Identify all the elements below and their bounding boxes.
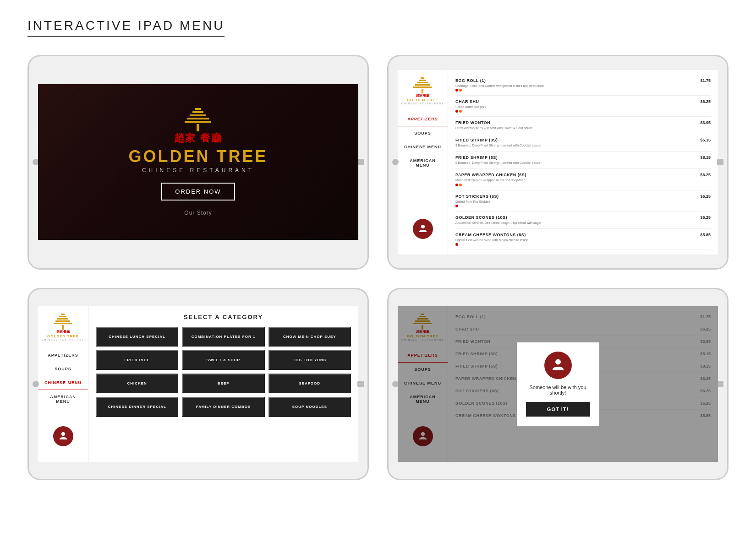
sidebar-logo-cn-cat: 趙家 餐廳 xyxy=(42,330,84,334)
item-desc: 5 Breaded, Deep Fried Shrimp – served wi… xyxy=(455,161,696,165)
menu-item-fried-shrimp-5[interactable]: FRIED SHRIMP (5s) 5 Breaded, Deep Fried … xyxy=(455,152,711,169)
logo-bar-2 xyxy=(192,111,203,113)
menu-item-cream-cheese-wontons[interactable]: CREAM CHEESE WONTONS (8s) Lightly fried … xyxy=(455,229,711,250)
category-title: SELECT A CATEGORY xyxy=(96,314,351,320)
category-btn-chow-mein[interactable]: CHOW MEIN CHOP SUEY xyxy=(268,327,351,347)
menu-sidebar: 趙家 餐廳 GOLDEN TREE CHINESE RESTAURANT APP… xyxy=(398,70,448,255)
category-btn-seafood[interactable]: SEAFOOD xyxy=(268,374,351,393)
ipad-home-button-2[interactable] xyxy=(392,159,399,165)
our-story-link[interactable]: Our Story xyxy=(184,210,212,216)
category-btn-combination[interactable]: COMBINATION PLATES FOR 1 xyxy=(182,327,264,347)
category-btn-chinese-dinner[interactable]: CHINESE DINNER SPECIAL xyxy=(96,397,178,417)
menu-item-char-shu[interactable]: CHAR SHU Sliced Barbeque pork $6.25 xyxy=(455,96,711,117)
category-btn-beef[interactable]: BEEF xyxy=(182,374,264,393)
item-price: $6.25 xyxy=(700,194,711,199)
menu-item-golden-scones[interactable]: GOLDEN SCONES (10s) A customer favorite.… xyxy=(455,211,711,229)
menu-item-pot-stickers[interactable]: POT STICKERS (6s) Grilled Pork Pot Stick… xyxy=(455,190,711,211)
modal-avatar xyxy=(544,352,572,379)
category-btn-sweet-sour[interactable]: SWEET & SOUR xyxy=(182,350,264,370)
sidebar-nav-appetizers-cat[interactable]: APPETIZERS xyxy=(38,348,88,362)
item-name: FRIED SHRIMP (3s) xyxy=(455,138,696,142)
category-btn-chicken[interactable]: CHICKEN xyxy=(96,374,178,393)
sidebar-logo-en-cat: GOLDEN TREE xyxy=(42,334,84,338)
sidebar-nav-american-menu[interactable]: AMERICAN MENU xyxy=(398,154,448,172)
category-btn-egg-foo[interactable]: EGG FOO YUNG xyxy=(268,350,351,370)
screens-grid: 趙家 餐廳 GOLDEN TREE CHINESE RESTAURANT ORD… xyxy=(27,55,729,480)
sidebar-nav-chinese-cat[interactable]: CHINESE MENU xyxy=(38,376,88,390)
sidebar-logo-cat: 趙家 餐廳 GOLDEN TREE CHINESE RESTAURANT xyxy=(42,314,84,341)
ipad-lock-button-2[interactable] xyxy=(717,159,723,165)
item-desc: Sliced Barbeque pork xyxy=(455,105,696,109)
item-price: $3.95 xyxy=(700,120,711,125)
menu-item-fried-shrimp-3[interactable]: FRIED SHRIMP (3s) 3 Breaded, Deep Fried … xyxy=(455,134,711,152)
logo-bar-1 xyxy=(195,108,201,110)
svg-point-3 xyxy=(555,359,561,364)
ipad-lock-button-4[interactable] xyxy=(717,381,723,387)
logo-english-text: GOLDEN TREE xyxy=(128,147,268,166)
ipad-screen-3: 趙家 餐廳 GOLDEN TREE CHINESE RESTAURANT APP… xyxy=(27,288,369,480)
category-screen: 趙家 餐廳 GOLDEN TREE CHINESE RESTAURANT APP… xyxy=(38,306,358,462)
modal-message: Someone will be with you shortly! xyxy=(526,385,590,396)
sidebar-nav-american-cat[interactable]: AMERICAN MENU xyxy=(38,390,88,408)
page-header: INTERACTIVE iPad MENU xyxy=(27,18,729,37)
menu-item-egg-roll[interactable]: EGG ROLL (1) Cabbage, Pork, and Carrots … xyxy=(455,75,711,96)
got-it-button[interactable]: GOT IT! xyxy=(526,402,590,417)
menu-item-fried-wonton[interactable]: FRIED WONTON Fried Wonton skins – served… xyxy=(455,117,711,134)
svg-point-1 xyxy=(61,432,65,436)
sidebar-logo-cn: 趙家 餐廳 xyxy=(401,93,444,98)
order-now-button[interactable]: ORDER NOW xyxy=(161,183,235,201)
item-name: CREAM CHEESE WONTONS (8s) xyxy=(455,233,696,237)
category-btn-family-dinner[interactable]: FAMILY DINNER COMBOS xyxy=(182,397,264,417)
menu-item-paper-wrapped[interactable]: PAPER WRAPPED CHICKEN (6s) Marinated Chi… xyxy=(455,169,711,190)
ipad-home-button-3[interactable] xyxy=(33,381,39,387)
sidebar-nav-chinese-menu[interactable]: CHINESE MENU xyxy=(398,140,448,154)
item-name: FRIED SHRIMP (5s) xyxy=(455,155,696,160)
ipad-screen-2: 趙家 餐廳 GOLDEN TREE CHINESE RESTAURANT APP… xyxy=(387,55,729,270)
item-price: $6.25 xyxy=(700,173,711,177)
item-name: EGG ROLL (1) xyxy=(455,78,696,83)
item-price: $8.15 xyxy=(700,155,711,160)
item-desc: Grilled Pork Pot Stickers xyxy=(455,200,696,204)
sidebar-avatar-cat[interactable] xyxy=(53,426,73,446)
item-name: POT STICKERS (6s) xyxy=(455,194,696,199)
item-name: CHAR SHU xyxy=(455,99,696,104)
sidebar-logo-en: GOLDEN TREE xyxy=(401,98,444,102)
sidebar-nav-soups[interactable]: SOUPS xyxy=(398,126,448,140)
modal-box: Someone will be with you shortly! GOT IT… xyxy=(517,342,599,426)
sidebar-nav-soups-cat[interactable]: SOUPS xyxy=(38,362,88,376)
welcome-content: 趙家 餐廳 GOLDEN TREE CHINESE RESTAURANT ORD… xyxy=(128,108,268,216)
ipad-lock-button-1[interactable] xyxy=(357,159,364,165)
sidebar-logo-sub: CHINESE RESTAURANT xyxy=(401,102,444,105)
category-grid: CHINESE LUNCH SPECIAL COMBINATION PLATES… xyxy=(96,327,351,417)
category-btn-soup-noodles[interactable]: SOUP NOODLES xyxy=(268,397,351,417)
person-icon xyxy=(417,223,428,234)
item-price: $5.25 xyxy=(700,215,711,220)
welcome-screen: 趙家 餐廳 GOLDEN TREE CHINESE RESTAURANT ORD… xyxy=(38,84,358,240)
sidebar-logo-symbol xyxy=(401,77,444,93)
item-price: $6.25 xyxy=(700,99,711,104)
category-btn-chinese-lunch[interactable]: CHINESE LUNCH SPECIAL xyxy=(96,327,178,347)
sidebar-logo-symbol-cat xyxy=(42,314,84,330)
logo-subtitle-text: CHINESE RESTAURANT xyxy=(142,167,254,173)
sidebar-logo-sub-cat: CHINESE RESTAURANT xyxy=(42,338,84,341)
category-btn-fried-rice[interactable]: FRIED RICE xyxy=(96,350,178,370)
logo-symbol-large xyxy=(185,108,211,131)
ipad-screen-1: 趙家 餐廳 GOLDEN TREE CHINESE RESTAURANT ORD… xyxy=(27,55,369,270)
logo-bar-3 xyxy=(190,114,206,116)
modal-screen: 趙家 餐廳 GOLDEN TREE CHINESE RESTAURANT APP… xyxy=(398,306,718,462)
item-desc: 3 Breaded, Deep Fried Shrimp – served wi… xyxy=(455,143,696,147)
item-price: $5.85 xyxy=(700,233,711,237)
sidebar-nav-appetizers[interactable]: APPETIZERS xyxy=(398,112,448,126)
sidebar-avatar[interactable] xyxy=(413,219,433,239)
menu-item-info: EGG ROLL (1) Cabbage, Pork, and Carrots … xyxy=(455,78,696,92)
ipad-lock-button-3[interactable] xyxy=(357,381,364,387)
item-desc: A customer favorite. Deep-fried dough – … xyxy=(455,221,696,225)
svg-point-0 xyxy=(421,225,425,228)
modal-person-icon xyxy=(550,357,566,374)
item-price: $1.75 xyxy=(700,78,711,83)
logo-bar-5 xyxy=(185,121,211,123)
logo-chinese-text: 趙家 餐廳 xyxy=(174,131,222,145)
item-price: $5.15 xyxy=(700,138,711,142)
item-desc: Lightly fried wonton skins with cream ch… xyxy=(455,238,696,242)
category-main: SELECT A CATEGORY CHINESE LUNCH SPECIAL … xyxy=(88,306,358,462)
